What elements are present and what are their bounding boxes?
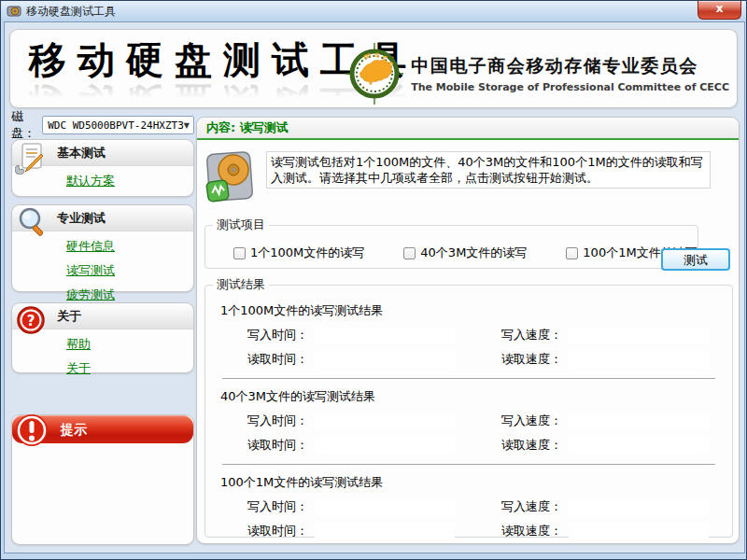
test-results-fieldset: 测试结果 1个100M文件的读写测试结果 写入时间： 写入速度： 读取时间： 读… xyxy=(204,276,733,538)
description-text: 读写测试包括对1个100M的文件、40个3M的文件和100个1M的文件的读取和写… xyxy=(266,151,711,189)
notice-panel: 提示 xyxy=(11,414,194,545)
sidebar-link-fatigue-test[interactable]: 疲劳测试 xyxy=(66,287,193,303)
test-items-legend: 测试项目 xyxy=(213,217,269,233)
mscc-logo-icon: mscc xyxy=(345,43,403,105)
notice-title: 提示 xyxy=(61,422,87,437)
disk-label: 磁盘： xyxy=(11,108,37,142)
read-speed-label: 读取速度： xyxy=(501,523,569,539)
magnifier-icon xyxy=(15,206,50,240)
pro-test-header: 专业测试 xyxy=(12,205,193,231)
checkbox-label: 40个3M文件的读写 xyxy=(420,245,527,261)
write-time-label: 写入时间： xyxy=(247,413,315,429)
write-speed-value xyxy=(569,413,709,429)
result-group-title: 100个1M文件的读写测试结果 xyxy=(220,474,732,491)
test-items-fieldset: 测试项目 1个100M文件的读写 40个3M文件的读写 100个1M文件的读写 xyxy=(204,217,698,269)
write-time-value xyxy=(315,328,455,343)
app-window: 移动硬盘测试工具 x 移动硬盘测试工具 移动硬盘测试工具 mscc xyxy=(0,0,747,560)
result-row: 读取时间： 读取速度： xyxy=(247,437,732,454)
test-results-legend: 测试结果 xyxy=(213,276,269,293)
organization-block: mscc 中国电子商会移动存储专业委员会 The Mobile Storage … xyxy=(345,43,729,105)
checkbox-icon[interactable] xyxy=(233,247,246,259)
title-bar[interactable]: 移动硬盘测试工具 xyxy=(1,1,746,21)
write-time-value xyxy=(315,413,455,429)
checkbox-label: 1个100M文件的读写 xyxy=(250,245,364,261)
result-row: 写入时间： 写入速度： xyxy=(247,413,732,429)
read-speed-label: 读取速度： xyxy=(501,437,569,454)
checkbox-icon[interactable] xyxy=(566,247,578,259)
sidebar-link-readwrite-test[interactable]: 读写测试 xyxy=(66,262,193,279)
result-group-title: 40个3M文件的读写测试结果 xyxy=(220,388,732,405)
read-speed-label: 读取速度： xyxy=(501,351,569,368)
main-content-panel: 内容: 读写测试 读写测试包括对1个100M的文件、40个3M的文件和100个1… xyxy=(196,117,740,544)
disk-selector-row: 磁盘： WDC WD5000BPVT-24HXZT3 ▼ xyxy=(11,115,194,135)
checkbox-option-100m[interactable]: 1个100M文件的读写 xyxy=(233,245,364,261)
basic-test-header: 基本测试 xyxy=(12,140,193,166)
result-group-title: 1个100M文件的读写测试结果 xyxy=(220,302,732,319)
document-pencil-icon xyxy=(15,141,50,175)
test-button[interactable]: 测试 xyxy=(661,248,730,271)
window-title: 移动硬盘测试工具 xyxy=(26,4,116,20)
divider xyxy=(222,464,715,465)
read-time-label: 读取时间： xyxy=(247,437,315,454)
exclamation-icon xyxy=(14,413,51,450)
basic-test-title: 基本测试 xyxy=(57,146,106,160)
write-speed-value xyxy=(569,328,709,343)
pro-test-title: 专业测试 xyxy=(57,211,106,225)
checkbox-icon[interactable] xyxy=(403,247,416,259)
about-panel: ? 关于 帮助 关于 xyxy=(11,302,194,373)
write-speed-value xyxy=(569,499,709,515)
sidebar-link-default-plan[interactable]: 默认方案 xyxy=(66,173,193,189)
write-time-label: 写入时间： xyxy=(247,498,315,515)
result-row: 读取时间： 读取速度： xyxy=(247,523,732,539)
close-button[interactable]: x xyxy=(698,1,741,20)
write-speed-label: 写入速度： xyxy=(501,327,569,343)
read-time-value xyxy=(315,438,455,454)
read-time-value xyxy=(315,352,455,368)
hard-drive-icon xyxy=(204,149,257,203)
write-speed-label: 写入速度： xyxy=(501,413,569,429)
sidebar-link-about[interactable]: 关于 xyxy=(66,360,193,377)
chevron-down-icon: ▼ xyxy=(184,121,190,130)
basic-test-panel: 基本测试 默认方案 xyxy=(11,139,194,197)
about-header: ? 关于 xyxy=(12,303,193,329)
write-time-value xyxy=(315,499,455,515)
svg-text:?: ? xyxy=(27,313,35,329)
result-row: 读取时间： 读取速度： xyxy=(247,351,732,368)
write-time-label: 写入时间： xyxy=(247,327,315,343)
header-banner: 移动硬盘测试工具 移动硬盘测试工具 mscc 中国 xyxy=(9,29,738,108)
read-speed-value xyxy=(569,352,709,368)
result-row: 写入时间： 写入速度： xyxy=(247,327,732,343)
question-mark-icon: ? xyxy=(15,304,50,338)
write-speed-label: 写入速度： xyxy=(501,498,569,515)
read-speed-value xyxy=(569,524,709,539)
read-time-label: 读取时间： xyxy=(247,351,315,368)
client-area: 移动硬盘测试工具 移动硬盘测试工具 mscc 中国 xyxy=(4,21,745,553)
read-time-label: 读取时间： xyxy=(247,523,315,539)
about-title: 关于 xyxy=(57,309,81,323)
org-name-en: The Mobile Storage of Professional Commi… xyxy=(411,81,729,93)
checkbox-option-3m[interactable]: 40个3M文件的读写 xyxy=(403,245,527,261)
disk-dropdown-value: WDC WD5000BPVT-24HXZT3 xyxy=(48,119,184,132)
read-time-value xyxy=(315,524,455,539)
content-header: 内容: 读写测试 xyxy=(197,118,739,140)
notice-header: 提示 xyxy=(12,415,193,443)
sidebar-link-hardware-info[interactable]: 硬件信息 xyxy=(66,238,193,255)
read-speed-value xyxy=(569,438,709,454)
divider xyxy=(222,378,715,379)
sidebar-link-help[interactable]: 帮助 xyxy=(66,336,193,353)
disk-dropdown[interactable]: WDC WD5000BPVT-24HXZT3 ▼ xyxy=(42,116,194,134)
org-name-cn: 中国电子商会移动存储专业委员会 xyxy=(411,54,698,78)
result-row: 写入时间： 写入速度： xyxy=(247,498,732,515)
hard-drive-small-icon xyxy=(7,5,21,18)
pro-test-panel: 专业测试 硬件信息 读写测试 疲劳测试 xyxy=(11,204,194,292)
